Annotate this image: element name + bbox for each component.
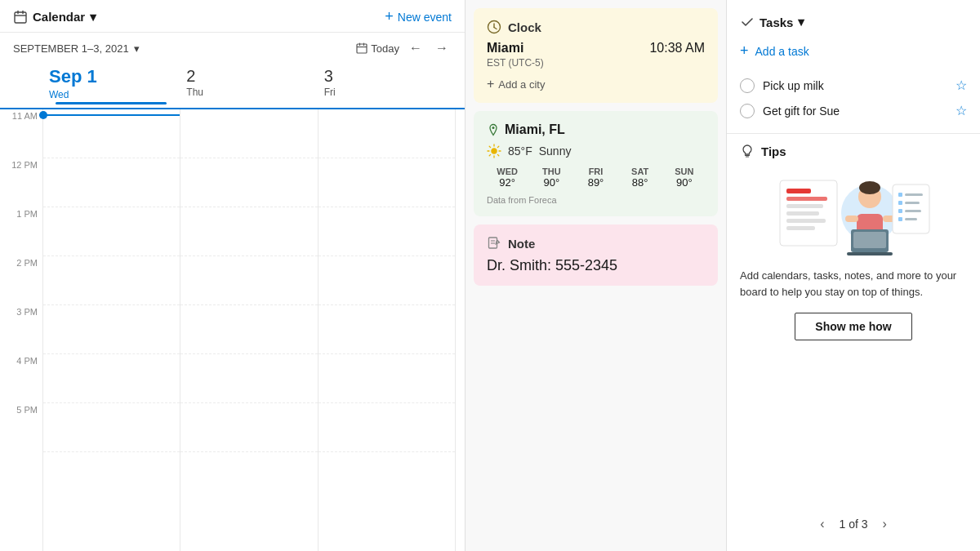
calendar-header: Calendar ▾ + New event (0, 0, 465, 33)
note-icon (487, 236, 501, 251)
task-star-1[interactable]: ☆ (956, 78, 967, 93)
date-range[interactable]: SEPTEMBER 1–3, 2021 ▾ (13, 42, 140, 55)
day-column-3[interactable] (318, 109, 455, 551)
calendar-dropdown-icon: ▾ (90, 10, 96, 24)
day-header-2: 2 Thu (180, 62, 317, 108)
svg-rect-0 (15, 12, 26, 23)
scroll-spacer (455, 62, 465, 108)
time-slot-11am: 11 AM (0, 109, 42, 158)
prev-arrow[interactable]: ← (406, 39, 425, 57)
calendar-title-text: Calendar (33, 10, 85, 24)
task-star-2[interactable]: ☆ (956, 103, 967, 118)
day-cell-1-5pm[interactable] (43, 403, 180, 452)
day-cell-1-12pm[interactable] (43, 158, 180, 207)
add-city-button[interactable]: + Add a city (487, 77, 705, 91)
calendar-grid: Sep 1 Wed 2 Thu 3 Fri 11 AM (0, 62, 465, 551)
tips-illustration (740, 168, 967, 258)
calendar-sub-header: SEPTEMBER 1–3, 2021 ▾ Today ← → (0, 33, 465, 62)
day-cell-1-1pm[interactable] (43, 207, 180, 256)
day-header-spacer (0, 62, 42, 108)
task-checkbox-1[interactable] (740, 78, 755, 93)
day-cell-2-2pm[interactable] (180, 256, 317, 305)
day-column-1[interactable] (42, 109, 180, 551)
tasks-checkmark-icon (740, 15, 755, 29)
clock-timezone: EST (UTC-5) (487, 57, 705, 69)
day-cell-2-5pm[interactable] (180, 403, 317, 452)
day-cell-3-4pm[interactable] (318, 354, 455, 403)
calendar-panel: Calendar ▾ + New event SEPTEMBER 1–3, 20… (0, 0, 466, 551)
task-checkbox-2[interactable] (740, 104, 755, 118)
time-slot-12pm: 12 PM (0, 158, 42, 207)
day-cell-3-11am[interactable] (318, 109, 455, 158)
weather-forecast: WED 92° THU 90° FRI 89° SAT 88° SUN 90 (487, 167, 705, 189)
tasks-dropdown-icon: ▾ (798, 15, 804, 29)
svg-rect-49 (905, 210, 921, 212)
day-cell-3-3pm[interactable] (318, 305, 455, 354)
pagination-current: 1 (839, 518, 845, 531)
svg-line-19 (497, 146, 498, 147)
day-cell-1-2pm[interactable] (43, 256, 180, 305)
day-cell-2-12pm[interactable] (180, 158, 317, 207)
widgets-panel: Clock Miami 10:38 AM EST (UTC-5) + Add a… (466, 0, 727, 551)
day-cell-2-11am[interactable] (180, 109, 317, 158)
tasks-header[interactable]: Tasks ▾ (740, 15, 967, 29)
lightbulb-icon (740, 144, 755, 158)
note-widget: Note Dr. Smith: 555-2345 (474, 224, 718, 286)
forecast-sat-temp: 88° (620, 176, 661, 189)
svg-rect-48 (898, 209, 902, 213)
next-arrow[interactable]: → (432, 39, 452, 57)
active-indicator (56, 102, 167, 104)
nav-controls: Today ← → (356, 39, 452, 57)
app-container: Calendar ▾ + New event SEPTEMBER 1–3, 20… (0, 0, 980, 551)
pagination-total: 3 (862, 518, 868, 531)
day-num-1: Sep 1 (49, 67, 173, 87)
task-label-2: Get gift for Sue (763, 104, 947, 118)
day-name-3: Fri (324, 87, 336, 98)
weather-widget: Miami, FL 85°F Sunny (474, 111, 718, 216)
today-button[interactable]: Today (356, 42, 399, 55)
show-me-label: Show me how (815, 320, 891, 333)
day-cell-3-12pm[interactable] (318, 158, 455, 207)
current-time-line (39, 114, 180, 116)
show-me-button[interactable]: Show me how (795, 313, 911, 340)
task-item-2: Get gift for Sue ☆ (740, 98, 967, 123)
svg-rect-28 (786, 189, 811, 193)
pagination-prev[interactable]: ‹ (815, 515, 829, 533)
sun-icon (487, 144, 501, 158)
day-cell-2-3pm[interactable] (180, 305, 317, 354)
task-label-1: Pick up milk (763, 79, 947, 92)
task-item-1: Pick up milk ☆ (740, 73, 967, 98)
pagination-text: 1 of 3 (839, 518, 867, 531)
time-slot-5pm: 5 PM (0, 403, 42, 452)
day-cell-2-1pm[interactable] (180, 207, 317, 256)
day-cell-1-3pm[interactable] (43, 305, 180, 354)
svg-rect-33 (786, 226, 815, 230)
tips-pagination: ‹ 1 of 3 › (740, 515, 967, 533)
time-grid: 11 AM 12 PM 1 PM 2 PM 3 PM 4 PM 5 PM (0, 109, 465, 551)
weather-location: Miami, FL (487, 122, 705, 137)
pagination-next[interactable]: › (878, 515, 892, 533)
clock-main: Miami 10:38 AM (487, 41, 705, 56)
day-cell-3-1pm[interactable] (318, 207, 455, 256)
time-slot-2pm: 2 PM (0, 256, 42, 305)
tips-section: Tips (727, 134, 980, 543)
add-task-row[interactable]: + Add a task (740, 39, 967, 63)
weather-current: 85°F Sunny (487, 144, 705, 158)
day-column-2[interactable] (180, 109, 317, 551)
calendar-icon (13, 10, 28, 24)
svg-point-36 (859, 181, 880, 194)
svg-rect-30 (786, 204, 823, 208)
calendar-title[interactable]: Calendar ▾ (13, 10, 96, 24)
add-city-plus: + (487, 77, 494, 91)
day-cell-3-2pm[interactable] (318, 256, 455, 305)
day-cell-3-5pm[interactable] (318, 403, 455, 452)
forecast-fri-temp: 89° (575, 176, 616, 189)
svg-line-18 (497, 154, 498, 155)
svg-point-12 (492, 149, 497, 154)
day-cell-2-4pm[interactable] (180, 354, 317, 403)
forecast-sun: SUN 90° (664, 167, 705, 189)
new-event-button[interactable]: + New event (385, 8, 452, 25)
time-slot-3pm: 3 PM (0, 305, 42, 354)
day-cell-1-11am[interactable] (43, 109, 180, 158)
day-cell-1-4pm[interactable] (43, 354, 180, 403)
